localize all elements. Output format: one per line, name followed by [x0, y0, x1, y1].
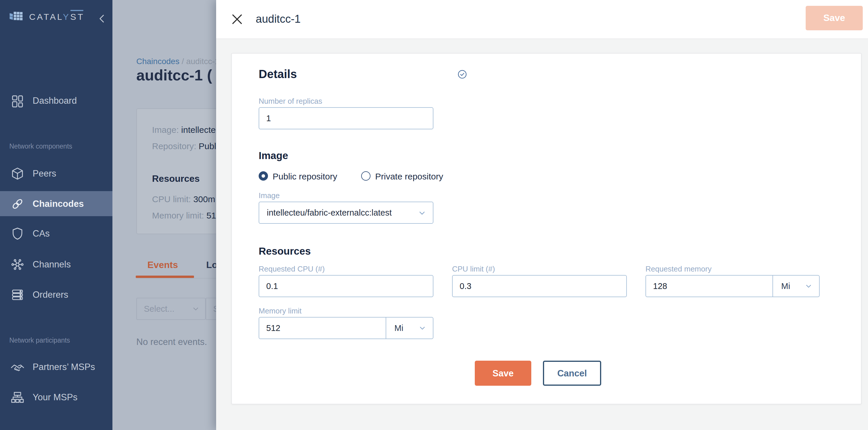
- brand-name: CATALYST: [29, 12, 85, 22]
- sidebar-item-cas[interactable]: CAs: [0, 221, 113, 246]
- radio-private-repository-label[interactable]: Private repository: [375, 171, 443, 181]
- chevron-down-icon: [418, 209, 426, 216]
- image-field-label: Image: [259, 191, 280, 200]
- details-heading: Details: [259, 68, 297, 81]
- shield-icon: [10, 227, 25, 241]
- chain-icon: [10, 197, 25, 211]
- event-filter-select-1[interactable]: Select...: [136, 298, 206, 320]
- replicas-label: Number of replicas: [259, 97, 322, 105]
- sidebar-item-orderers[interactable]: Orderers: [0, 282, 113, 307]
- chevron-down-icon: [419, 325, 426, 332]
- sidebar-item-channels[interactable]: Channels: [0, 252, 113, 277]
- edit-chaincode-drawer: auditcc-1 Save Details Number of replica…: [216, 0, 868, 430]
- cube-icon: [10, 166, 25, 181]
- cancel-button[interactable]: Cancel: [543, 361, 601, 386]
- memory-limit-unit-select[interactable]: Mi: [386, 317, 433, 339]
- close-icon[interactable]: [231, 13, 244, 26]
- hub-icon: [10, 257, 25, 272]
- drawer-header: auditcc-1 Save: [216, 0, 868, 39]
- details-card: [231, 53, 861, 404]
- replicas-input[interactable]: [259, 107, 433, 129]
- sidebar: CATALYST Dashboard Network components Pe…: [0, 0, 113, 430]
- breadcrumb-current: auditcc-1: [186, 57, 219, 66]
- radio-public-repository-label[interactable]: Public repository: [273, 171, 337, 181]
- memory-limit-input[interactable]: [259, 317, 386, 339]
- summary-image-row: Image: intellecteu: [152, 125, 220, 134]
- save-button[interactable]: Save: [475, 361, 531, 386]
- handshake-icon: [10, 360, 25, 374]
- tab-active-indicator: [136, 276, 194, 278]
- sidebar-section-network-components: Network components: [9, 143, 72, 150]
- memory-limit-label: Memory limit: [259, 306, 302, 315]
- sidebar-item-your-msps[interactable]: Your MSPs: [0, 385, 113, 410]
- breadcrumb-separator: /: [179, 57, 186, 66]
- sidebar-item-partners-msps[interactable]: Partners’ MSPs: [0, 355, 113, 379]
- sidebar-item-peers[interactable]: Peers: [0, 161, 113, 186]
- sidebar-collapse-button[interactable]: [96, 13, 108, 25]
- tab-events[interactable]: Events: [147, 260, 178, 270]
- page-title: auditcc-1 (: [136, 66, 212, 85]
- summary-repository-row: Repository: Public: [152, 141, 222, 151]
- requested-memory-input[interactable]: [646, 275, 773, 297]
- requested-memory-unit-select[interactable]: Mi: [773, 275, 820, 297]
- dashboard-icon: [10, 94, 25, 108]
- servers-icon: [10, 288, 25, 302]
- check-circle-icon: [457, 69, 467, 79]
- application-root: Chaincodes / auditcc-1 auditcc-1 ( Image…: [0, 0, 868, 430]
- resources-section-heading: Resources: [259, 245, 311, 257]
- requested-cpu-input[interactable]: [259, 275, 433, 297]
- sidebar-item-dashboard[interactable]: Dashboard: [0, 88, 113, 113]
- breadcrumb-chaincodes-link[interactable]: Chaincodes: [136, 57, 179, 66]
- drawer-title: auditcc-1: [256, 13, 301, 26]
- empty-events-message: No recent events.: [136, 337, 207, 347]
- summary-cpu-limit-row: CPU limit: 300m: [152, 194, 215, 204]
- requested-cpu-label: Requested CPU (#): [259, 265, 325, 273]
- catalyst-cube-logo-icon: [9, 10, 25, 23]
- chevron-down-icon: [192, 305, 199, 312]
- radio-public-repository[interactable]: [259, 171, 268, 181]
- sitemap-icon: [10, 390, 25, 404]
- drawer-save-button-disabled[interactable]: Save: [806, 6, 863, 30]
- image-select[interactable]: intellecteu/fabric-externalcc:latest: [259, 202, 433, 224]
- breadcrumb: Chaincodes / auditcc-1: [136, 57, 219, 66]
- brand-logo: CATALYST: [9, 10, 85, 23]
- summary-resources-heading: Resources: [152, 174, 200, 184]
- radio-private-repository[interactable]: [361, 171, 371, 181]
- image-section-heading: Image: [259, 150, 288, 162]
- cpu-limit-input[interactable]: [452, 275, 627, 297]
- sidebar-item-chaincodes[interactable]: Chaincodes: [0, 191, 113, 216]
- sidebar-section-network-participants: Network participants: [9, 337, 70, 344]
- chevron-down-icon: [805, 283, 812, 289]
- summary-memory-limit-row: Memory limit: 512: [152, 210, 221, 220]
- requested-memory-label: Requested memory: [646, 265, 712, 273]
- cpu-limit-label: CPU limit (#): [452, 265, 495, 273]
